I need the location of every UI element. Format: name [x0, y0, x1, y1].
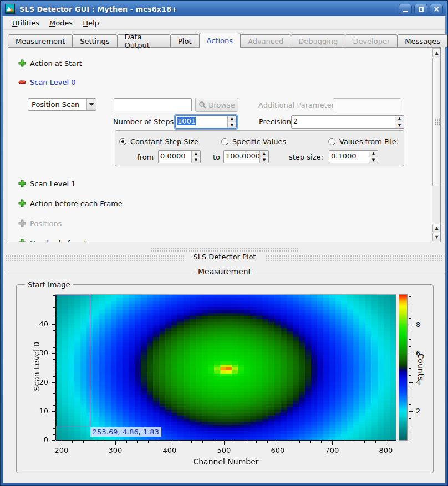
- steps-spin-arrows[interactable]: ▲▼: [227, 116, 236, 128]
- disabled-plus-icon: [18, 219, 27, 228]
- chevron-down-icon: [89, 103, 94, 106]
- scan-level-0-label[interactable]: Scan Level 0: [30, 78, 75, 86]
- specific-values-label[interactable]: Specific Values: [232, 137, 286, 146]
- vertical-scrollbar[interactable]: ▲ ▲ ▼: [432, 48, 441, 242]
- app-icon: [5, 4, 15, 14]
- precision-label: Precision:: [259, 117, 293, 126]
- actions-pane: Action at Start Scan Level 0 Position Sc…: [8, 47, 441, 242]
- magnifier-icon: [198, 101, 206, 109]
- close-button[interactable]: ×: [430, 4, 443, 14]
- tab-settings[interactable]: Settings: [72, 34, 117, 47]
- expand-plus-icon[interactable]: [18, 199, 27, 208]
- browse-button: Browse: [195, 98, 238, 112]
- scrollbar-grip: [435, 118, 440, 126]
- scan-script-input[interactable]: [114, 98, 192, 111]
- scroll-up-button[interactable]: ▲: [432, 49, 441, 57]
- title-bar[interactable]: SLS Detector GUI : Mythen - mcs6x18+ ×: [2, 2, 446, 16]
- splitter-handle[interactable]: [150, 248, 298, 252]
- to-label: to: [213, 153, 220, 161]
- tab-bar: Measurement Settings Data Output Plot Ac…: [8, 33, 447, 47]
- scroll-down-button[interactable]: ▼: [432, 233, 441, 241]
- expand-plus-icon[interactable]: [18, 238, 27, 242]
- dock-title: SLS Detector Plot: [1, 253, 448, 261]
- colorbar-canvas: [399, 295, 407, 440]
- expand-plus-icon[interactable]: [18, 59, 27, 68]
- minimize-icon: [403, 11, 408, 12]
- scroll-up-button-bottom[interactable]: ▲: [432, 224, 441, 232]
- scan-mode-value: Position Scan: [28, 100, 86, 109]
- header-before-frame-label[interactable]: Header before Frame: [30, 239, 106, 242]
- maximize-icon: [419, 7, 424, 12]
- collapse-minus-icon[interactable]: [18, 78, 27, 86]
- minimize-button[interactable]: [399, 4, 412, 14]
- precision-spin-arrows[interactable]: ▲▼: [395, 116, 404, 128]
- close-icon: ×: [433, 5, 440, 13]
- from-spinbox[interactable]: 0.0000 ▲▼: [158, 150, 201, 163]
- window-title: SLS Detector GUI : Mythen - mcs6x18+: [19, 5, 396, 13]
- cursor-position-readout: 253.69, 4.86, 1.83: [90, 427, 161, 437]
- expand-plus-icon[interactable]: [18, 179, 27, 188]
- start-image-plot: 253.69, 4.86, 1.83 010203040 20030040050…: [16, 284, 434, 473]
- step-size-label: step size:: [289, 153, 323, 161]
- tab-plot[interactable]: Plot: [170, 34, 200, 47]
- menu-bar: Utilities Modes Help: [3, 16, 445, 30]
- from-label: from: [137, 153, 154, 161]
- colorbar-title: Counts: [416, 350, 425, 383]
- browse-label: Browse: [208, 101, 235, 109]
- specific-values-radio[interactable]: [221, 138, 228, 145]
- to-value: 100.0000: [224, 151, 259, 163]
- menu-help[interactable]: Help: [78, 17, 104, 29]
- additional-parameter-label: Additional Parameter:: [258, 101, 337, 109]
- values-from-file-label[interactable]: Values from File:: [339, 137, 399, 146]
- menu-modes[interactable]: Modes: [44, 17, 78, 29]
- from-value: 0.0000: [159, 151, 191, 163]
- action-at-start-label[interactable]: Action at Start: [30, 59, 82, 68]
- values-from-file-radio[interactable]: [328, 138, 335, 145]
- positions-label: Positions: [30, 219, 62, 228]
- scrollbar-thumb[interactable]: [432, 58, 441, 186]
- app-window: SLS Detector GUI : Mythen - mcs6x18+ × U…: [0, 0, 448, 486]
- steps-spinbox[interactable]: 1001 ▲▼: [175, 115, 237, 129]
- tab-debugging: Debugging: [291, 34, 345, 47]
- tab-actions[interactable]: Actions: [199, 33, 241, 48]
- constant-step-label[interactable]: Constant Step Size: [130, 137, 198, 146]
- maximize-button[interactable]: [414, 4, 427, 14]
- step-size-spinbox[interactable]: 0.1000 ▲▼: [329, 150, 378, 163]
- action-before-frame-label[interactable]: Action before each Frame: [30, 199, 123, 208]
- steps-value: 1001: [177, 117, 196, 125]
- y-axis-title: Scan Level 0: [32, 336, 41, 397]
- additional-parameter-input: [333, 98, 401, 111]
- precision-spinbox[interactable]: 2 ▲▼: [291, 115, 404, 129]
- constant-step-radio[interactable]: [119, 138, 126, 145]
- scan-level-1-label[interactable]: Scan Level 1: [30, 180, 75, 188]
- to-spinbox[interactable]: 100.0000 ▲▼: [223, 150, 269, 163]
- tab-measurement[interactable]: Measurement: [8, 34, 73, 47]
- combo-dropdown-button[interactable]: [86, 99, 96, 110]
- precision-value: 2: [292, 116, 395, 128]
- tab-messages[interactable]: Messages: [397, 34, 448, 47]
- zoom-selection-rect: [56, 295, 90, 426]
- tab-developer: Developer: [345, 34, 398, 47]
- measurement-group-label: Measurement: [1, 267, 448, 276]
- tab-advanced: Advanced: [240, 34, 291, 47]
- heatmap-canvas[interactable]: [56, 295, 396, 440]
- tab-data-output[interactable]: Data Output: [117, 34, 171, 47]
- steps-label: Number of Steps:: [113, 117, 176, 126]
- step-size-value: 0.1000: [329, 151, 369, 163]
- scan-mode-select[interactable]: Position Scan: [28, 98, 96, 111]
- x-axis-title: Channel Number: [56, 457, 396, 466]
- menu-utilities[interactable]: Utilities: [7, 17, 44, 29]
